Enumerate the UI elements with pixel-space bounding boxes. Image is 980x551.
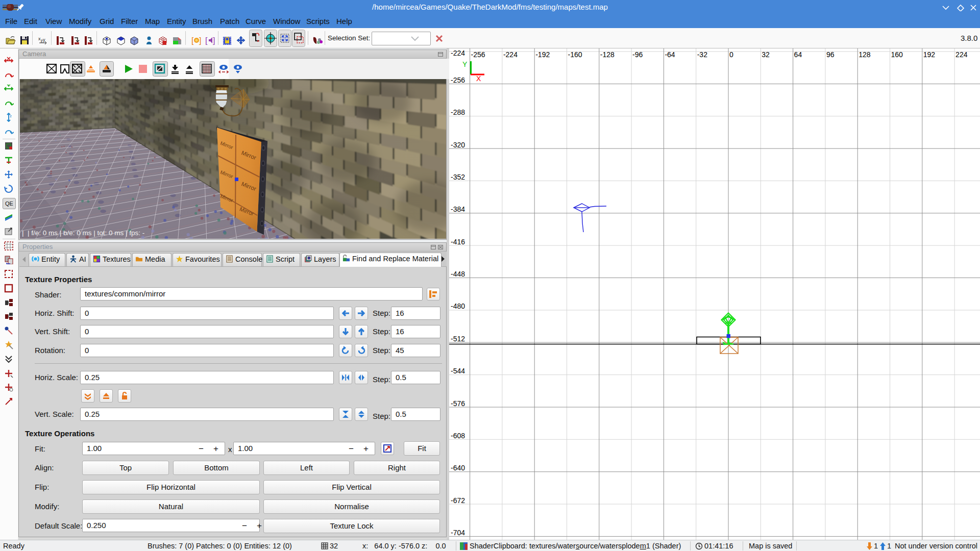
svg-text:192: 192 [923,51,936,59]
svg-text:-160: -160 [568,51,582,59]
svg-text:96: 96 [826,51,835,59]
svg-text:-640: -640 [451,464,465,472]
svg-text:-288: -288 [451,108,465,116]
svg-text:-128: -128 [600,51,615,59]
svg-text:0: 0 [729,51,733,59]
svg-text:160: 160 [891,51,903,59]
svg-text:-672: -672 [451,496,465,505]
svg-text:-32: -32 [697,51,707,59]
svg-text:| | f/e: 0 ms | b/e: 0 ms | t: | | f/e: 0 ms | b/e: 0 ms | tot: 0 ms | … [22,229,144,237]
svg-text:64: 64 [794,51,802,59]
svg-text:]: ] [213,36,215,45]
svg-text:-96: -96 [632,51,643,59]
svg-text:224: 224 [955,51,968,59]
svg-text:128: 128 [859,51,871,59]
svg-text:xzy: xzy [38,36,45,43]
svg-text:-256: -256 [471,51,485,59]
svg-text:-256: -256 [451,76,465,84]
svg-text:32: 32 [762,51,770,59]
svg-text:-480: -480 [451,302,465,310]
svg-text:-384: -384 [451,205,465,213]
svg-text:-416: -416 [451,238,465,246]
svg-text:z: z [10,114,12,118]
svg-text:]: ] [199,36,201,45]
svg-text:-352: -352 [451,173,465,181]
svg-text:-224: -224 [451,49,465,57]
svg-text:[: [ [191,36,194,45]
svg-text:-192: -192 [535,51,550,59]
svg-text:Y: Y [462,60,468,68]
svg-text:-64: -64 [665,51,675,59]
svg-text:-704: -704 [451,529,465,537]
svg-text:-576: -576 [451,399,465,408]
svg-text:-224: -224 [503,51,518,59]
svg-text:-320: -320 [451,141,465,149]
svg-text:-512: -512 [451,335,465,343]
svg-text:-448: -448 [451,270,465,278]
svg-text:[: [ [205,36,208,45]
svg-text:-608: -608 [451,432,465,440]
svg-text:-544: -544 [451,367,465,375]
svg-text:X: X [476,74,481,83]
